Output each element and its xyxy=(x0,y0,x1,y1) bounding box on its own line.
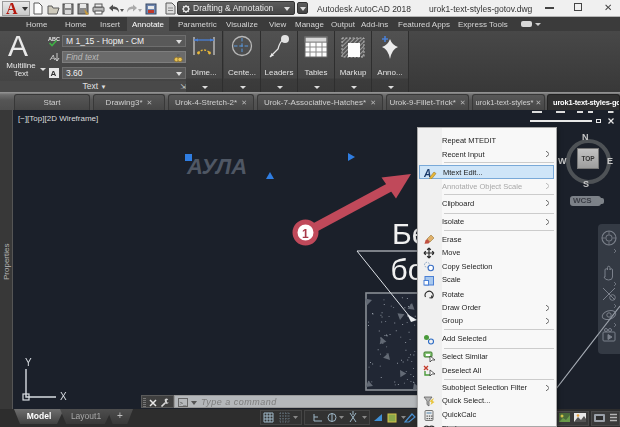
svg-text:1: 1 xyxy=(302,227,309,241)
